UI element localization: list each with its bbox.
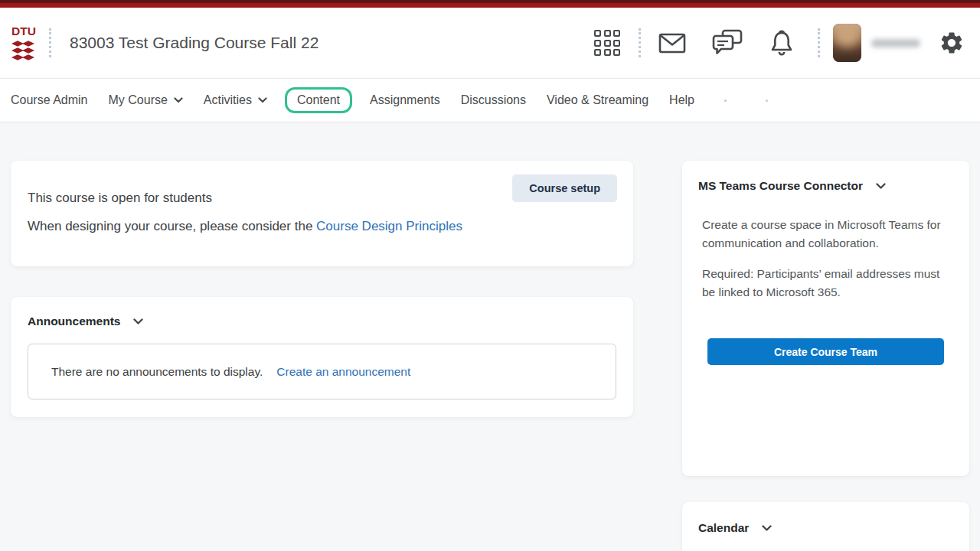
header-divider (818, 28, 820, 57)
chevron-down-icon (258, 97, 267, 103)
nav-item-my-course[interactable]: My Course (109, 93, 183, 107)
page-title: 83003 Test Grading Course Fall 22 (70, 34, 318, 52)
create-announcement-link[interactable]: Create an announcement (276, 365, 410, 379)
nav-item-label: Course Admin (11, 93, 88, 107)
course-navbar: Course Admin My Course Activities Conten… (0, 79, 980, 122)
nav-item-content[interactable]: Content (285, 87, 352, 113)
course-setup-button[interactable]: Course setup (512, 174, 617, 202)
app-grid-button[interactable] (591, 27, 623, 59)
gear-icon (939, 30, 965, 56)
course-design-text-prefix: When designing your course, please consi… (28, 219, 312, 233)
nav-item-label: My Course (109, 93, 168, 107)
announcements-title: Announcements (28, 315, 120, 328)
chevron-down-icon[interactable] (876, 183, 886, 190)
bell-icon (769, 29, 795, 57)
app-grid-icon (594, 30, 620, 56)
chat-button[interactable] (709, 26, 746, 60)
email-button[interactable] (655, 30, 689, 57)
chevron-down-icon[interactable] (133, 318, 143, 325)
chat-icon (712, 29, 743, 57)
ms-teams-requirement: Required: Participants’ email addresses … (682, 265, 969, 302)
brand-topbar (0, 0, 980, 8)
ms-teams-connector-card: MS Teams Course Connector Create a cours… (682, 161, 969, 476)
calendar-card: Calendar (682, 502, 969, 551)
header-divider (49, 28, 51, 57)
nav-item-label: Help (669, 93, 694, 107)
header: DTU 83003 Test Grading Course Fall 22 (0, 8, 980, 79)
avatar-photo-blurred (833, 24, 861, 62)
email-icon (658, 33, 686, 54)
nav-item-label: Content (297, 93, 340, 107)
nav-item-label: Discussions (461, 93, 526, 107)
ms-teams-card-title: MS Teams Course Connector (698, 179, 863, 193)
settings-button[interactable] (936, 27, 968, 59)
create-course-team-button[interactable]: Create Course Team (707, 338, 944, 365)
header-divider (639, 28, 641, 57)
announcements-empty-box: There are no announcements to display. C… (28, 344, 616, 399)
calendar-title: Calendar (698, 521, 749, 535)
faded-nav-dot (766, 99, 768, 102)
course-open-status-text: This course is open for students (28, 191, 212, 206)
nav-item-video-streaming[interactable]: Video & Streaming (547, 93, 648, 107)
nav-item-assignments[interactable]: Assignments (370, 93, 440, 107)
ms-teams-description: Create a course space in Microsoft Teams… (682, 216, 969, 253)
user-name-blurred[interactable] (871, 39, 920, 47)
dtu-logo-icon: DTU (11, 24, 38, 61)
avatar[interactable] (833, 24, 861, 62)
chevron-down-icon (174, 97, 183, 103)
nav-item-label: Activities (204, 93, 252, 107)
announcements-empty-text: There are no announcements to display. (51, 365, 263, 379)
nav-item-discussions[interactable]: Discussions (461, 93, 526, 107)
nav-item-label: Video & Streaming (547, 93, 648, 107)
nav-item-help[interactable]: Help (669, 93, 694, 107)
announcements-card: Announcements There are no announcements… (11, 297, 633, 417)
nav-item-activities[interactable]: Activities (204, 93, 267, 107)
course-design-principles-link[interactable]: Course Design Principles (316, 219, 462, 233)
nav-item-course-admin[interactable]: Course Admin (11, 93, 88, 107)
chevron-down-icon[interactable] (762, 525, 772, 532)
course-home-content: Course setup This course is open for stu… (0, 122, 980, 551)
svg-text:DTU: DTU (11, 24, 36, 37)
nav-item-label: Assignments (370, 93, 440, 107)
course-status-card: Course setup This course is open for stu… (11, 161, 633, 266)
course-design-text: When designing your course, please consi… (28, 219, 462, 234)
dtu-logo[interactable]: DTU (11, 24, 38, 61)
notifications-button[interactable] (766, 26, 798, 60)
faded-nav-dot (724, 99, 727, 102)
